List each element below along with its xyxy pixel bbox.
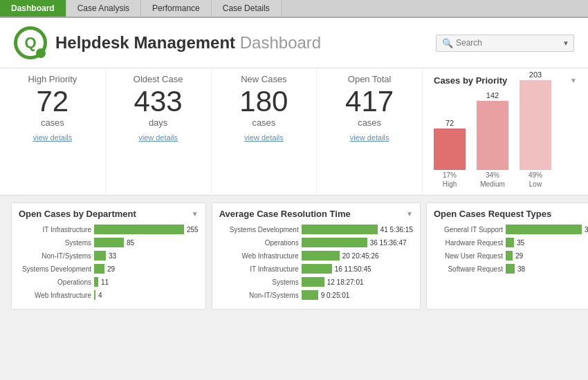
avg-resolution-card: Average Case Resolution Time ▼ Systems D… — [212, 202, 421, 310]
tab-case-details[interactable]: Case Details — [212, 0, 282, 17]
list-item: Systems 12 18:27:01 — [219, 277, 413, 287]
list-item: Operations 11 — [19, 277, 199, 287]
kpi-link-3[interactable]: view details — [325, 133, 414, 142]
priority-bar-low: 203 49% Low — [520, 70, 551, 188]
bar-high — [434, 129, 466, 170]
kpi-label-1: Oldest Case — [114, 74, 203, 84]
kpi-link-2[interactable]: view details — [220, 133, 309, 142]
priority-bar-chart: 72 17% High 142 34% Medium 203 49% Low — [434, 91, 577, 188]
kpi-card-0: High Priority 72 cases view details — [0, 68, 106, 195]
kpi-unit-2: cases — [220, 117, 309, 128]
priority-chart-arrow[interactable]: ▼ — [570, 77, 577, 84]
list-item: Systems Development 41 5:36:15 — [219, 225, 413, 234]
page-title: Helpdesk Management Dashboard — [55, 33, 321, 53]
kpi-cards-area: High Priority 72 cases view details Olde… — [0, 68, 422, 195]
tab-performance[interactable]: Performance — [141, 0, 212, 17]
list-item: Non-IT/Systems 9 0:25:01 — [219, 290, 413, 300]
kpi-link-0[interactable]: view details — [8, 133, 97, 142]
kpi-unit-0: cases — [8, 117, 97, 128]
open-cases-types-title: Open Cases Request Types ▼ — [434, 209, 588, 219]
logo-area: Q Helpdesk Management Dashboard — [14, 26, 321, 59]
open-cases-dept-title: Open Cases by Department ▼ — [19, 209, 199, 219]
kpi-card-3: Open Total 417 cases view details — [317, 68, 422, 195]
bar-medium — [477, 101, 508, 170]
open-cases-types-card: Open Cases Request Types ▼ General IT Su… — [426, 202, 588, 310]
kpi-number-3: 417 — [325, 87, 414, 116]
priority-bar-high: 72 17% High — [434, 119, 466, 188]
kpi-card-1: Oldest Case 433 days view details — [106, 68, 212, 195]
priority-bar-medium: 142 34% Medium — [477, 91, 508, 188]
resolution-bars: Systems Development 41 5:36:15 Operation… — [219, 225, 413, 300]
list-item: Systems Development 29 — [19, 264, 199, 274]
list-item: Operations 36 15:36:47 — [219, 238, 413, 247]
bar-low — [520, 80, 551, 170]
search-input[interactable] — [456, 38, 560, 48]
list-item: New User Request 29 — [434, 251, 588, 260]
dept-bars: IT Infrastructure 255 Systems 85 Non-IT/… — [19, 225, 199, 300]
list-item: Software Request 38 — [434, 264, 588, 274]
kpi-priority-row: High Priority 72 cases view details Olde… — [0, 68, 588, 196]
kpi-card-2: New Cases 180 cases view details — [212, 68, 318, 195]
tab-dashboard[interactable]: Dashboard — [0, 0, 66, 17]
avg-resolution-title: Average Case Resolution Time ▼ — [219, 209, 413, 219]
chevron-down-icon[interactable]: ▼ — [562, 39, 569, 47]
kpi-number-1: 433 — [114, 87, 203, 116]
priority-chart-title: Cases by Priority ▼ — [434, 75, 577, 86]
bottom-row: Open Cases by Department ▼ IT Infrastruc… — [0, 196, 588, 316]
dept-chart-arrow[interactable]: ▼ — [192, 210, 199, 218]
resolution-chart-arrow[interactable]: ▼ — [406, 210, 413, 218]
kpi-number-2: 180 — [220, 87, 309, 116]
list-item: Web Infrastructure 20 20:45:26 — [219, 251, 413, 260]
list-item: Non-IT/Systems 33 — [19, 251, 199, 260]
search-icon: 🔍 — [442, 38, 453, 48]
kpi-label-3: Open Total — [325, 74, 414, 84]
kpi-label-2: New Cases — [220, 74, 309, 84]
search-box[interactable]: 🔍 ▼ — [436, 35, 574, 52]
list-item: Web Infrastructure 4 — [19, 290, 199, 300]
header: Q Helpdesk Management Dashboard 🔍 ▼ — [0, 18, 588, 68]
open-cases-dept-card: Open Cases by Department ▼ IT Infrastruc… — [11, 202, 206, 310]
tab-case-analysis[interactable]: Case Analysis — [66, 0, 141, 17]
list-item: IT Infrastructure 16 11:50:45 — [219, 264, 413, 274]
list-item: IT Infrastructure 255 — [19, 225, 199, 234]
kpi-unit-3: cases — [325, 117, 414, 128]
kpi-number-0: 72 — [8, 87, 97, 116]
kpi-link-1[interactable]: view details — [114, 133, 203, 142]
priority-chart-section: Cases by Priority ▼ 72 17% High 142 34% … — [422, 68, 588, 195]
list-item: Hardware Request 35 — [434, 238, 588, 247]
list-item: Systems 85 — [19, 238, 199, 247]
logo-icon: Q — [14, 26, 47, 59]
request-type-bars: General IT Support 315 Hardware Request … — [434, 225, 588, 274]
kpi-unit-1: days — [114, 117, 203, 128]
kpi-label-0: High Priority — [8, 74, 97, 84]
tab-bar: Dashboard Case Analysis Performance Case… — [0, 0, 588, 18]
list-item: General IT Support 315 — [434, 225, 588, 234]
